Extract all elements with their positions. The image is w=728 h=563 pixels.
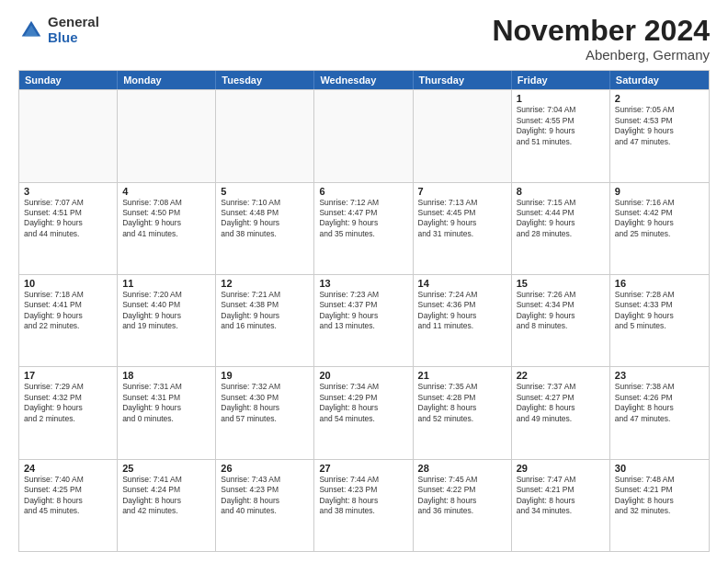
day-info: Sunrise: 7:21 AM Sunset: 4:38 PM Dayligh… [221,290,309,332]
day-info: Sunrise: 7:08 AM Sunset: 4:50 PM Dayligh… [122,198,210,240]
day-number: 18 [122,370,210,381]
logo-icon [18,17,44,43]
calendar-day-header: Saturday [610,71,709,89]
calendar-day-cell: 10Sunrise: 7:18 AM Sunset: 4:41 PM Dayli… [19,275,118,366]
calendar-row: 10Sunrise: 7:18 AM Sunset: 4:41 PM Dayli… [19,274,709,366]
day-info: Sunrise: 7:15 AM Sunset: 4:44 PM Dayligh… [517,198,605,240]
day-number: 12 [221,278,309,289]
day-info: Sunrise: 7:10 AM Sunset: 4:48 PM Dayligh… [221,198,309,240]
logo: General Blue [18,15,99,45]
day-number: 6 [319,186,407,197]
day-number: 8 [517,186,605,197]
calendar-day-cell: 14Sunrise: 7:24 AM Sunset: 4:36 PM Dayli… [414,275,512,366]
day-info: Sunrise: 7:43 AM Sunset: 4:23 PM Dayligh… [221,475,309,517]
calendar-day-cell: 4Sunrise: 7:08 AM Sunset: 4:50 PM Daylig… [118,183,216,274]
calendar-day-cell: 9Sunrise: 7:16 AM Sunset: 4:42 PM Daylig… [610,183,709,274]
calendar-day-cell: 24Sunrise: 7:40 AM Sunset: 4:25 PM Dayli… [19,460,118,551]
calendar-day-cell: 25Sunrise: 7:41 AM Sunset: 4:24 PM Dayli… [118,460,216,551]
day-info: Sunrise: 7:12 AM Sunset: 4:47 PM Dayligh… [319,198,407,240]
calendar-day-cell: 11Sunrise: 7:20 AM Sunset: 4:40 PM Dayli… [118,275,216,366]
day-number: 19 [221,370,309,381]
day-info: Sunrise: 7:38 AM Sunset: 4:26 PM Dayligh… [615,382,704,424]
calendar-day-cell: 23Sunrise: 7:38 AM Sunset: 4:26 PM Dayli… [610,367,709,458]
calendar-day-cell: 30Sunrise: 7:48 AM Sunset: 4:21 PM Dayli… [610,460,709,551]
day-number: 26 [221,463,309,474]
day-info: Sunrise: 7:37 AM Sunset: 4:27 PM Dayligh… [517,382,605,424]
page-subtitle: Abenberg, Germany [492,47,710,63]
day-info: Sunrise: 7:04 AM Sunset: 4:55 PM Dayligh… [517,105,605,147]
calendar-day-cell: 8Sunrise: 7:15 AM Sunset: 4:44 PM Daylig… [512,183,610,274]
day-info: Sunrise: 7:48 AM Sunset: 4:21 PM Dayligh… [615,475,704,517]
calendar-day-cell: 29Sunrise: 7:47 AM Sunset: 4:21 PM Dayli… [512,460,610,551]
day-info: Sunrise: 7:40 AM Sunset: 4:25 PM Dayligh… [24,475,112,517]
day-info: Sunrise: 7:41 AM Sunset: 4:24 PM Dayligh… [122,475,210,517]
calendar-day-header: Monday [118,71,216,89]
day-number: 11 [122,278,210,289]
day-info: Sunrise: 7:24 AM Sunset: 4:36 PM Dayligh… [418,290,506,332]
day-info: Sunrise: 7:20 AM Sunset: 4:40 PM Dayligh… [122,290,210,332]
day-info: Sunrise: 7:28 AM Sunset: 4:33 PM Dayligh… [615,290,704,332]
day-number: 30 [615,463,704,474]
day-info: Sunrise: 7:26 AM Sunset: 4:34 PM Dayligh… [517,290,605,332]
day-number: 24 [24,463,112,474]
header: General Blue November 2024 Abenberg, Ger… [18,15,710,63]
calendar-row: 24Sunrise: 7:40 AM Sunset: 4:25 PM Dayli… [19,459,709,551]
day-info: Sunrise: 7:45 AM Sunset: 4:22 PM Dayligh… [418,475,506,517]
day-info: Sunrise: 7:18 AM Sunset: 4:41 PM Dayligh… [24,290,112,332]
day-info: Sunrise: 7:44 AM Sunset: 4:23 PM Dayligh… [319,475,407,517]
calendar-empty-cell [216,90,314,181]
page-title: November 2024 [492,15,710,47]
calendar-body: 1Sunrise: 7:04 AM Sunset: 4:55 PM Daylig… [19,89,709,551]
day-number: 29 [517,463,605,474]
calendar-day-cell: 21Sunrise: 7:35 AM Sunset: 4:28 PM Dayli… [414,367,512,458]
calendar-day-cell: 28Sunrise: 7:45 AM Sunset: 4:22 PM Dayli… [414,460,512,551]
calendar-day-header: Friday [512,71,610,89]
day-info: Sunrise: 7:35 AM Sunset: 4:28 PM Dayligh… [418,382,506,424]
logo-text: General Blue [48,15,99,45]
calendar-empty-cell [314,90,413,181]
calendar-day-cell: 7Sunrise: 7:13 AM Sunset: 4:45 PM Daylig… [414,183,512,274]
calendar-day-cell: 2Sunrise: 7:05 AM Sunset: 4:53 PM Daylig… [610,90,709,181]
calendar-day-header: Wednesday [314,71,413,89]
day-info: Sunrise: 7:16 AM Sunset: 4:42 PM Dayligh… [615,198,704,240]
calendar-day-cell: 26Sunrise: 7:43 AM Sunset: 4:23 PM Dayli… [216,460,314,551]
calendar-day-cell: 20Sunrise: 7:34 AM Sunset: 4:29 PM Dayli… [314,367,413,458]
day-number: 5 [221,186,309,197]
calendar-row: 1Sunrise: 7:04 AM Sunset: 4:55 PM Daylig… [19,89,709,181]
calendar-empty-cell [118,90,216,181]
calendar: SundayMondayTuesdayWednesdayThursdayFrid… [18,70,710,552]
day-number: 20 [319,370,407,381]
calendar-header: SundayMondayTuesdayWednesdayThursdayFrid… [19,71,709,89]
day-number: 21 [418,370,506,381]
day-number: 15 [517,278,605,289]
day-number: 17 [24,370,112,381]
day-number: 9 [615,186,704,197]
calendar-day-header: Tuesday [216,71,314,89]
title-block: November 2024 Abenberg, Germany [492,15,710,63]
calendar-empty-cell [414,90,512,181]
calendar-day-cell: 16Sunrise: 7:28 AM Sunset: 4:33 PM Dayli… [610,275,709,366]
day-number: 14 [418,278,506,289]
calendar-day-cell: 19Sunrise: 7:32 AM Sunset: 4:30 PM Dayli… [216,367,314,458]
day-info: Sunrise: 7:29 AM Sunset: 4:32 PM Dayligh… [24,382,112,424]
logo-blue-label: Blue [48,30,99,46]
day-number: 16 [615,278,704,289]
calendar-day-header: Sunday [19,71,118,89]
day-info: Sunrise: 7:34 AM Sunset: 4:29 PM Dayligh… [319,382,407,424]
calendar-day-cell: 1Sunrise: 7:04 AM Sunset: 4:55 PM Daylig… [512,90,610,181]
day-info: Sunrise: 7:07 AM Sunset: 4:51 PM Dayligh… [24,198,112,240]
calendar-day-cell: 6Sunrise: 7:12 AM Sunset: 4:47 PM Daylig… [314,183,413,274]
page: General Blue November 2024 Abenberg, Ger… [0,0,728,563]
day-number: 1 [517,93,605,104]
calendar-day-cell: 27Sunrise: 7:44 AM Sunset: 4:23 PM Dayli… [314,460,413,551]
calendar-row: 17Sunrise: 7:29 AM Sunset: 4:32 PM Dayli… [19,366,709,458]
calendar-day-header: Thursday [414,71,512,89]
calendar-day-cell: 17Sunrise: 7:29 AM Sunset: 4:32 PM Dayli… [19,367,118,458]
day-number: 22 [517,370,605,381]
day-number: 23 [615,370,704,381]
day-number: 7 [418,186,506,197]
day-info: Sunrise: 7:13 AM Sunset: 4:45 PM Dayligh… [418,198,506,240]
day-number: 10 [24,278,112,289]
day-info: Sunrise: 7:05 AM Sunset: 4:53 PM Dayligh… [615,105,704,147]
day-number: 25 [122,463,210,474]
